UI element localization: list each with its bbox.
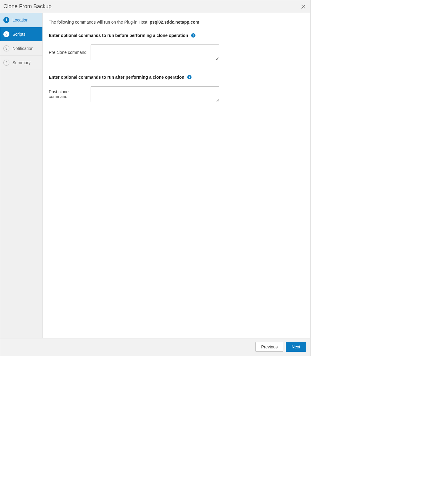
dialog-footer: Previous Next: [0, 338, 310, 356]
next-button[interactable]: Next: [286, 342, 306, 352]
step-label: Location: [12, 18, 28, 22]
step-label: Scripts: [12, 32, 25, 37]
dialog-title: Clone From Backup: [3, 3, 52, 10]
post-clone-field-label: Post clone command: [49, 89, 88, 99]
clone-from-backup-dialog: Clone From Backup 1 Location 2 Scripts 3…: [0, 0, 311, 356]
step-label: Summary: [12, 60, 31, 65]
wizard-sidebar: 1 Location 2 Scripts 3 Notification 4 Su…: [0, 13, 43, 338]
step-number: 4: [3, 60, 9, 66]
close-button[interactable]: [301, 4, 306, 9]
previous-button[interactable]: Previous: [255, 342, 283, 352]
pre-section-text: Enter optional commands to run before pe…: [49, 33, 188, 38]
step-summary[interactable]: 4 Summary: [0, 56, 42, 70]
dialog-header: Clone From Backup: [0, 0, 310, 13]
step-number: 1: [3, 17, 9, 23]
host-name: psql02.sddc.netapp.com: [150, 20, 199, 25]
step-number: 2: [3, 31, 9, 37]
step-location[interactable]: 1 Location: [0, 13, 42, 27]
plugin-host-line: The following commands will run on the P…: [49, 20, 304, 25]
host-line-prefix: The following commands will run on the P…: [49, 20, 150, 25]
post-clone-command-input[interactable]: [91, 86, 219, 102]
pre-clone-field-row: Pre clone command: [49, 44, 304, 60]
post-clone-field-row: Post clone command: [49, 86, 304, 102]
pre-clone-field-label: Pre clone command: [49, 50, 88, 55]
dialog-body: 1 Location 2 Scripts 3 Notification 4 Su…: [0, 13, 310, 338]
info-icon[interactable]: i: [187, 75, 192, 79]
step-scripts[interactable]: 2 Scripts: [0, 27, 42, 41]
post-clone-section-label: Enter optional commands to run after per…: [49, 75, 304, 80]
pre-clone-section-label: Enter optional commands to run before pe…: [49, 33, 304, 38]
step-content: The following commands will run on the P…: [43, 13, 310, 338]
info-icon[interactable]: i: [191, 33, 195, 38]
post-section-text: Enter optional commands to run after per…: [49, 75, 184, 80]
step-number: 3: [3, 45, 9, 51]
step-label: Notification: [12, 46, 33, 51]
pre-clone-command-input[interactable]: [91, 44, 219, 60]
close-icon: [301, 5, 305, 9]
step-notification[interactable]: 3 Notification: [0, 41, 42, 56]
